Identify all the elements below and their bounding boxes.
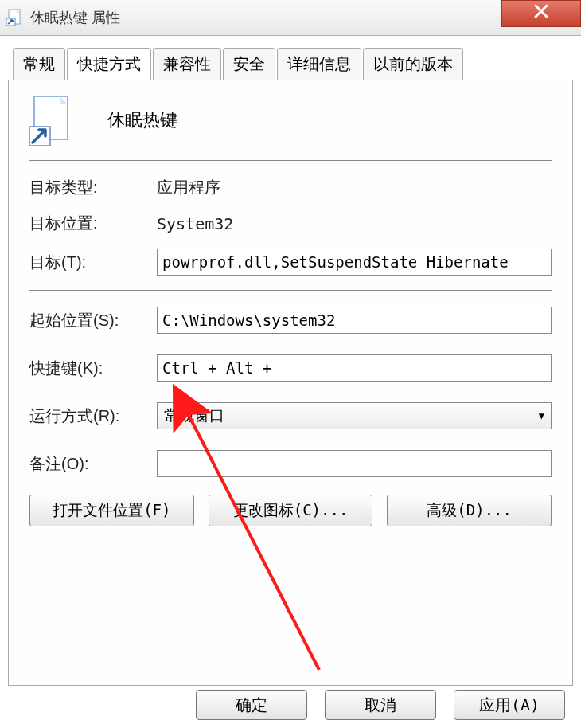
target-label: 目标(T): (29, 252, 157, 273)
target-input[interactable] (157, 249, 552, 276)
tab-row: 常规 快捷方式 兼容性 安全 详细信息 以前的版本 (8, 47, 573, 80)
separator (29, 290, 552, 291)
target-type-value: 应用程序 (157, 177, 220, 198)
comment-input[interactable] (157, 450, 552, 477)
shortcut-tab-pane: 休眠热键 目标类型: 应用程序 目标位置: System32 目标(T): 起始… (8, 80, 573, 686)
dialog-button-row: 确定 取消 应用(A) (196, 690, 565, 720)
target-type-label: 目标类型: (29, 177, 157, 198)
shortcut-file-icon (6, 9, 24, 26)
window-title: 休眠热键 属性 (30, 8, 120, 27)
shortcut-large-icon (29, 95, 76, 146)
run-select-value: 常规窗口 (164, 405, 224, 426)
target-location-label: 目标位置: (29, 213, 157, 234)
open-file-location-button[interactable]: 打开文件位置(F) (29, 495, 194, 526)
ok-button[interactable]: 确定 (196, 690, 307, 720)
apply-button[interactable]: 应用(A) (454, 690, 565, 720)
close-button[interactable] (501, 0, 581, 27)
run-label: 运行方式(R): (29, 405, 157, 427)
run-select[interactable]: 常规窗口 ▼ (157, 402, 552, 429)
tab-previous[interactable]: 以前的版本 (363, 48, 463, 80)
hotkey-input[interactable] (157, 354, 552, 382)
chevron-down-icon: ▼ (539, 410, 544, 421)
advanced-button[interactable]: 高级(D)... (387, 495, 552, 526)
titlebar: 休眠热键 属性 (0, 0, 581, 36)
cancel-button[interactable]: 取消 (325, 690, 436, 720)
start-in-label: 起始位置(S): (29, 310, 157, 331)
tab-shortcut[interactable]: 快捷方式 (67, 48, 151, 80)
tab-security[interactable]: 安全 (223, 48, 275, 80)
hotkey-label: 快捷键(K): (29, 358, 157, 379)
start-in-input[interactable] (157, 307, 552, 334)
tab-compatibility[interactable]: 兼容性 (153, 48, 221, 80)
tab-general[interactable]: 常规 (13, 48, 65, 80)
target-location-value: System32 (157, 214, 233, 233)
close-icon (532, 2, 550, 25)
shortcut-name: 休眠热键 (107, 108, 177, 132)
change-icon-button[interactable]: 更改图标(C)... (209, 495, 373, 526)
tab-details[interactable]: 详细信息 (277, 48, 361, 80)
comment-label: 备注(O): (29, 453, 157, 475)
